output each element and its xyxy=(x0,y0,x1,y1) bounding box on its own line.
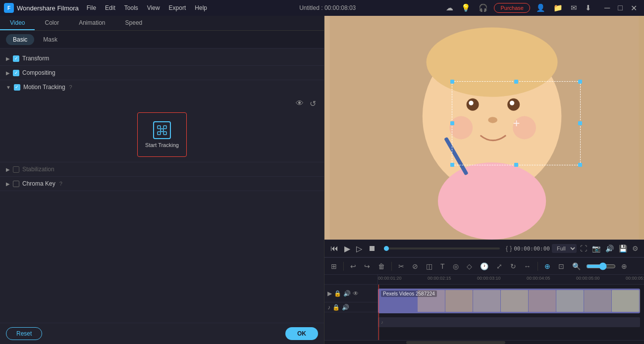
chroma-key-help-icon[interactable]: ? xyxy=(59,181,62,187)
tracking-rect[interactable]: + xyxy=(452,81,581,165)
prop-tab-mask[interactable]: Mask xyxy=(36,34,64,45)
maximize-button[interactable]: □ xyxy=(615,3,626,13)
zoom-slider[interactable] xyxy=(586,262,616,270)
folder-icon[interactable]: 📁 xyxy=(551,2,565,13)
tool-crop[interactable]: ◫ xyxy=(424,261,435,272)
tool-delete[interactable]: 🗑 xyxy=(376,261,387,272)
purchase-button[interactable]: Purchase xyxy=(494,3,530,13)
tool-flip[interactable]: ↔ xyxy=(522,261,534,272)
handle-ml[interactable] xyxy=(450,121,454,125)
cloud-icon[interactable]: ☁ xyxy=(444,2,455,13)
transform-checkbox[interactable]: ✓ xyxy=(13,55,19,62)
menu-help[interactable]: Help xyxy=(191,2,211,13)
compositing-header[interactable]: ▶ ✓ Compositing xyxy=(0,66,324,80)
handle-bl[interactable] xyxy=(450,163,454,167)
motion-tracking-help-icon[interactable]: ? xyxy=(69,84,72,90)
bulb-icon[interactable]: 💡 xyxy=(459,2,473,13)
progress-bar[interactable] xyxy=(384,247,500,249)
tool-keyframe[interactable]: ◇ xyxy=(464,261,475,272)
trim-in-icon[interactable]: { xyxy=(506,245,508,252)
settings-icon[interactable]: ⚙ xyxy=(631,244,640,253)
stop-button[interactable]: ⏹ xyxy=(366,243,378,254)
handle-tr[interactable] xyxy=(578,80,582,84)
prop-tab-basic[interactable]: Basic xyxy=(6,34,34,45)
motion-tracking-checkbox[interactable]: ✓ xyxy=(14,84,20,91)
lock-audio-icon[interactable]: 🔒 xyxy=(332,304,340,311)
music-icon[interactable]: ♪ xyxy=(327,304,330,311)
handle-tm[interactable] xyxy=(514,80,518,84)
menu-edit[interactable]: Edit xyxy=(101,2,119,13)
tool-insert[interactable]: ⊡ xyxy=(556,261,567,272)
tab-speed[interactable]: Speed xyxy=(115,16,153,30)
tool-zoom-out[interactable]: 🔍 xyxy=(570,261,583,272)
tool-redo[interactable]: ↪ xyxy=(362,261,373,272)
save-frame-icon[interactable]: 💾 xyxy=(617,244,629,253)
thumb-3 xyxy=(473,290,500,312)
mail-icon[interactable]: ✉ xyxy=(569,2,579,13)
eye-track-icon[interactable]: 👁 xyxy=(353,290,359,297)
minimize-button[interactable]: ─ xyxy=(601,3,613,13)
avatar-icon[interactable]: 👤 xyxy=(534,2,547,13)
close-button[interactable]: ✕ xyxy=(628,3,640,13)
tool-text[interactable]: T xyxy=(438,261,447,272)
reset-button[interactable]: Reset xyxy=(6,327,42,340)
tool-speed[interactable]: 🕐 xyxy=(478,261,491,272)
download-icon[interactable]: ⬇ xyxy=(583,2,593,13)
tab-animation[interactable]: Animation xyxy=(69,16,115,30)
h-scrollbar-thumb[interactable] xyxy=(406,341,505,344)
ok-button[interactable]: OK xyxy=(285,327,318,340)
tool-zoom-in[interactable]: ⊕ xyxy=(619,261,630,272)
h-scrollbar[interactable] xyxy=(324,340,644,344)
stabilization-checkbox[interactable] xyxy=(13,166,19,173)
handle-mr[interactable] xyxy=(578,121,582,125)
video-track[interactable]: Pexels Videos 2587224 xyxy=(378,289,640,313)
playhead[interactable] xyxy=(378,285,379,340)
chroma-key-checkbox[interactable] xyxy=(13,181,19,187)
transform-label: Transform xyxy=(22,55,49,62)
eye-icon[interactable]: 👁 xyxy=(296,99,304,108)
mute-audio-icon[interactable]: 🔊 xyxy=(342,304,349,311)
play-button[interactable]: ▶ xyxy=(342,243,352,254)
audio-track[interactable]: ♪ xyxy=(378,317,640,327)
tool-rotate[interactable]: ↻ xyxy=(508,261,519,272)
handle-tl[interactable] xyxy=(450,80,454,84)
rewind-button[interactable]: ⏮ xyxy=(328,243,340,254)
motion-tracking-header[interactable]: ▼ ✓ Motion Tracking ? xyxy=(0,80,324,94)
handle-bm[interactable] xyxy=(514,163,518,167)
mute-track-icon[interactable]: 🔊 xyxy=(343,290,351,297)
lock-track-icon[interactable]: 🔒 xyxy=(334,290,341,297)
thumb-5 xyxy=(529,290,556,312)
tab-video[interactable]: Video xyxy=(0,16,35,30)
stabilization-header[interactable]: ▶ Stabilization xyxy=(0,162,324,176)
tool-cut[interactable]: ✂ xyxy=(396,261,407,272)
tab-color[interactable]: Color xyxy=(35,16,69,30)
menu-export[interactable]: Export xyxy=(165,2,190,13)
tool-expand[interactable]: ⤢ xyxy=(494,261,505,272)
play-alt-button[interactable]: ▷ xyxy=(354,243,364,254)
chroma-key-header[interactable]: ▶ Chroma Key ? xyxy=(0,177,324,191)
tool-ai[interactable]: ⊕ xyxy=(542,261,553,272)
menu-tools[interactable]: Tools xyxy=(120,2,142,13)
handle-br[interactable] xyxy=(578,163,582,167)
start-tracking-button[interactable]: Start Tracking xyxy=(137,112,187,157)
fullscreen-icon[interactable]: ⛶ xyxy=(579,244,589,253)
tool-mask[interactable]: ⊘ xyxy=(410,261,421,272)
snapshot-icon[interactable]: 📷 xyxy=(590,244,602,253)
compositing-checkbox[interactable]: ✓ xyxy=(13,70,19,76)
menu-file[interactable]: File xyxy=(83,2,100,13)
tool-undo[interactable]: ↩ xyxy=(348,261,359,272)
tracking-overlay: + xyxy=(452,81,581,165)
track-area[interactable]: 00:00:01:20 00:00:02:15 00:00:03:10 00:0… xyxy=(378,275,644,340)
trim-out-icon[interactable]: } xyxy=(510,245,512,252)
tool-motion[interactable]: ◎ xyxy=(450,261,461,272)
transform-header[interactable]: ▶ ✓ Transform xyxy=(0,51,324,65)
quality-select[interactable]: Full 1/2 1/4 xyxy=(552,244,577,253)
play-track-icon[interactable]: ▶ xyxy=(327,290,332,297)
refresh-icon[interactable]: ↺ xyxy=(310,99,316,108)
audio-icon[interactable]: 🔊 xyxy=(604,244,615,253)
headset-icon[interactable]: 🎧 xyxy=(477,2,490,13)
menu-view[interactable]: View xyxy=(143,2,164,13)
time-mark-4: 00:00:05:00 xyxy=(576,276,600,281)
time-mark-3: 00:00:04:05 xyxy=(527,276,550,281)
tool-grid[interactable]: ⊞ xyxy=(328,261,339,272)
